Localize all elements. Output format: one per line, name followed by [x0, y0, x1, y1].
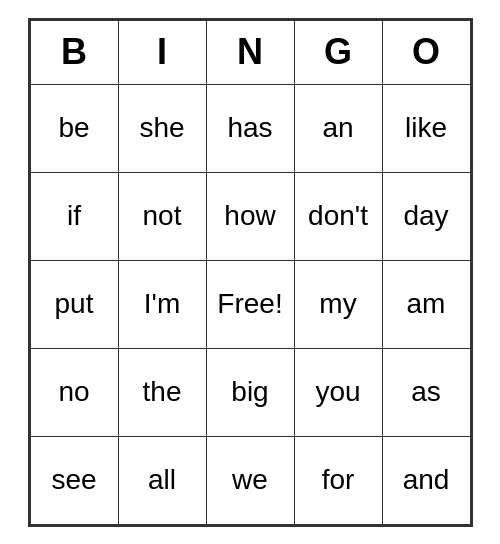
- bingo-body: beshehasanlikeifnothowdon'tdayputI'mFree…: [30, 84, 470, 524]
- table-cell: how: [206, 172, 294, 260]
- table-row: beshehasanlike: [30, 84, 470, 172]
- table-cell: an: [294, 84, 382, 172]
- table-cell: big: [206, 348, 294, 436]
- table-cell: day: [382, 172, 470, 260]
- table-row: nothebigyouas: [30, 348, 470, 436]
- table-cell: she: [118, 84, 206, 172]
- table-cell: all: [118, 436, 206, 524]
- table-cell: Free!: [206, 260, 294, 348]
- header-g: G: [294, 20, 382, 84]
- table-cell: not: [118, 172, 206, 260]
- table-cell: like: [382, 84, 470, 172]
- table-row: ifnothowdon'tday: [30, 172, 470, 260]
- header-i: I: [118, 20, 206, 84]
- table-cell: we: [206, 436, 294, 524]
- table-cell: has: [206, 84, 294, 172]
- table-cell: as: [382, 348, 470, 436]
- header-row: B I N G O: [30, 20, 470, 84]
- table-cell: the: [118, 348, 206, 436]
- header-o: O: [382, 20, 470, 84]
- table-cell: you: [294, 348, 382, 436]
- table-row: putI'mFree!myam: [30, 260, 470, 348]
- table-cell: don't: [294, 172, 382, 260]
- table-cell: am: [382, 260, 470, 348]
- table-cell: see: [30, 436, 118, 524]
- header-n: N: [206, 20, 294, 84]
- table-cell: and: [382, 436, 470, 524]
- header-b: B: [30, 20, 118, 84]
- table-row: seeallweforand: [30, 436, 470, 524]
- table-cell: put: [30, 260, 118, 348]
- table-cell: my: [294, 260, 382, 348]
- bingo-table: B I N G O beshehasanlikeifnothowdon'tday…: [30, 20, 471, 525]
- table-cell: for: [294, 436, 382, 524]
- table-cell: no: [30, 348, 118, 436]
- table-cell: if: [30, 172, 118, 260]
- table-cell: be: [30, 84, 118, 172]
- bingo-card: B I N G O beshehasanlikeifnothowdon'tday…: [28, 18, 473, 527]
- table-cell: I'm: [118, 260, 206, 348]
